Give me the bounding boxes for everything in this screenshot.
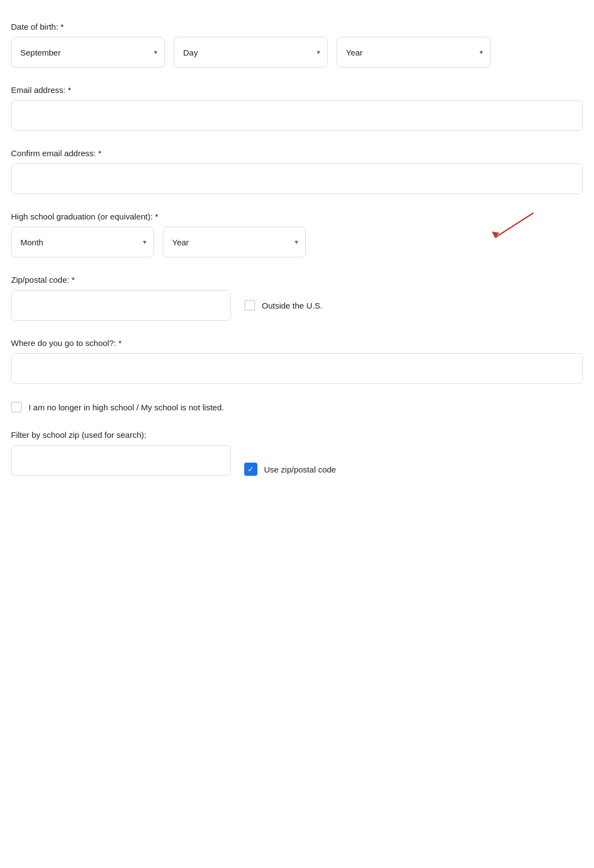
- arrow-svg: [468, 207, 539, 243]
- dob-year-select[interactable]: Year 2010200920082007 2006200520042003 2…: [337, 37, 491, 68]
- dob-year-wrapper: Year 2010200920082007 2006200520042003 2…: [337, 37, 491, 68]
- school-input[interactable]: [11, 353, 583, 384]
- email-section: Email address: *: [11, 85, 583, 131]
- graduation-year-select[interactable]: Year 2025202420232022 2021202020192018 2…: [163, 227, 306, 257]
- confirm-email-label: Confirm email address: *: [11, 149, 583, 158]
- arrow-annotation: [468, 207, 539, 245]
- graduation-year-wrapper: Year 2025202420232022 2021202020192018 2…: [163, 227, 306, 257]
- outside-us-label[interactable]: Outside the U.S.: [244, 300, 322, 311]
- dob-day-wrapper: Day 12345 678910 1112131415 1617181920 2…: [174, 37, 328, 68]
- outside-us-checkbox[interactable]: [244, 300, 255, 311]
- dob-row: September January February March April M…: [11, 37, 583, 68]
- no-hs-section: I am no longer in high school / My schoo…: [11, 402, 583, 413]
- dob-section: Date of birth: * September January Febru…: [11, 22, 583, 68]
- school-section: Where do you go to school?: *: [11, 338, 583, 384]
- school-label: Where do you go to school?: *: [11, 338, 583, 348]
- zip-label: Zip/postal code: *: [11, 275, 583, 284]
- dob-label: Date of birth: *: [11, 22, 583, 31]
- no-hs-label[interactable]: I am no longer in high school / My schoo…: [11, 402, 583, 413]
- zip-section: Zip/postal code: * Outside the U.S.: [11, 275, 583, 321]
- zip-row: Outside the U.S.: [11, 290, 583, 321]
- dob-month-wrapper: September January February March April M…: [11, 37, 165, 68]
- svg-marker-1: [492, 232, 499, 238]
- filter-zip-label: Filter by school zip (used for search):: [11, 430, 583, 440]
- use-zip-label[interactable]: Use zip/postal code: [244, 463, 336, 476]
- graduation-month-wrapper: Month January February March April May J…: [11, 227, 154, 257]
- filter-zip-input[interactable]: [11, 445, 231, 476]
- no-hs-checkbox[interactable]: [11, 402, 22, 413]
- dob-month-select[interactable]: September January February March April M…: [11, 37, 165, 68]
- dob-day-select[interactable]: Day 12345 678910 1112131415 1617181920 2…: [174, 37, 328, 68]
- confirm-email-section: Confirm email address: *: [11, 149, 583, 194]
- filter-zip-section: Filter by school zip (used for search): …: [11, 430, 583, 476]
- email-label: Email address: *: [11, 85, 583, 95]
- zip-input[interactable]: [11, 290, 231, 321]
- use-zip-checkbox[interactable]: [244, 463, 257, 476]
- hs-graduation-section: High school graduation (or equivalent): …: [11, 212, 583, 257]
- svg-line-0: [495, 213, 534, 238]
- email-input[interactable]: [11, 100, 583, 131]
- confirm-email-input[interactable]: [11, 163, 583, 194]
- filter-zip-row: Use zip/postal code: [11, 445, 583, 476]
- graduation-month-select[interactable]: Month January February March April May J…: [11, 227, 154, 257]
